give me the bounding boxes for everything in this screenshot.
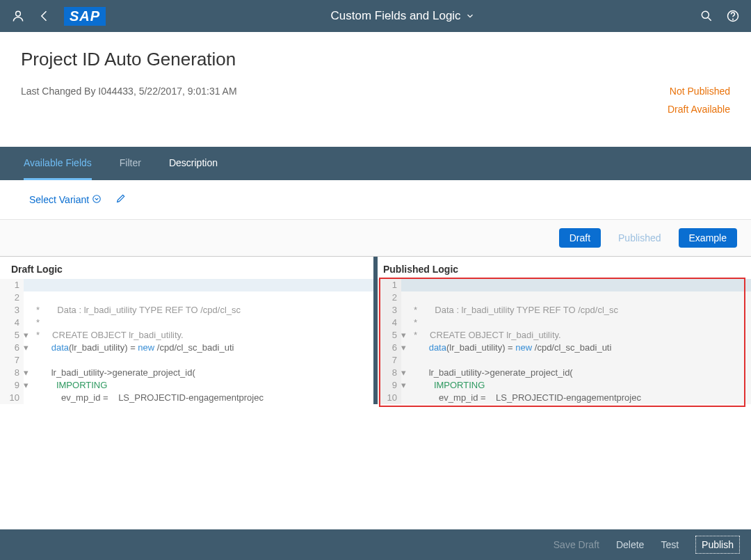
draft-toggle[interactable]: Draft <box>559 228 601 248</box>
shell-header: SAP Custom Fields and Logic <box>0 0 751 32</box>
publish-button[interactable]: Publish <box>695 536 740 554</box>
status-draft-available: Draft Available <box>668 104 730 115</box>
search-icon[interactable] <box>700 9 713 23</box>
published-toggle[interactable]: Published <box>608 228 672 248</box>
test-button[interactable]: Test <box>661 539 679 550</box>
tab-filter[interactable]: Filter <box>120 147 141 180</box>
draft-editor: Draft Logic 1 2 3 * Data : lr_badi_utili… <box>0 257 373 404</box>
draft-code-area[interactable]: 1 2 3 * Data : lr_badi_utility TYPE REF … <box>0 279 373 404</box>
select-variant-link[interactable]: Select Variant <box>29 194 102 206</box>
edit-icon[interactable] <box>115 193 127 207</box>
select-variant-label: Select Variant <box>29 194 89 205</box>
help-icon[interactable] <box>726 9 740 23</box>
example-toggle[interactable]: Example <box>679 228 737 248</box>
chevron-down-circle-icon <box>92 194 102 206</box>
delete-button[interactable]: Delete <box>616 539 644 550</box>
svg-point-0 <box>16 11 21 16</box>
svg-point-1 <box>702 11 709 18</box>
published-editor-title: Published Logic <box>378 257 751 279</box>
svg-point-3 <box>733 19 734 19</box>
save-draft-button[interactable]: Save Draft <box>554 539 599 550</box>
footer-toolbar: Save Draft Delete Test Publish <box>0 529 751 560</box>
published-editor: Published Logic 1 2 3 * Data : lr_badi_u… <box>378 257 751 404</box>
shell-title-dropdown[interactable]: Custom Fields and Logic <box>106 9 700 23</box>
back-icon[interactable] <box>38 9 51 23</box>
sap-logo: SAP <box>64 7 106 26</box>
published-code-area[interactable]: 1 2 3 * Data : lr_badi_utility TYPE REF … <box>378 279 751 404</box>
last-changed-text: Last Changed By I044433, 5/22/2017, 9:01… <box>21 86 237 97</box>
tab-description[interactable]: Description <box>169 147 218 180</box>
tab-available-fields[interactable]: Available Fields <box>24 147 92 180</box>
editors-container: Draft Logic 1 2 3 * Data : lr_badi_utili… <box>0 257 751 404</box>
variant-bar: Select Variant <box>0 180 751 219</box>
page-header: Project ID Auto Generation Last Changed … <box>0 32 751 147</box>
status-not-published: Not Published <box>668 86 730 97</box>
shell-title: Custom Fields and Logic <box>331 9 461 23</box>
filter-bar: Draft Published Example <box>0 219 751 257</box>
draft-editor-title: Draft Logic <box>0 257 373 279</box>
tab-bar: Available Fields Filter Description <box>0 147 751 180</box>
page-title: Project ID Auto Generation <box>21 49 730 70</box>
svg-point-4 <box>93 195 101 202</box>
user-icon[interactable] <box>11 9 25 23</box>
